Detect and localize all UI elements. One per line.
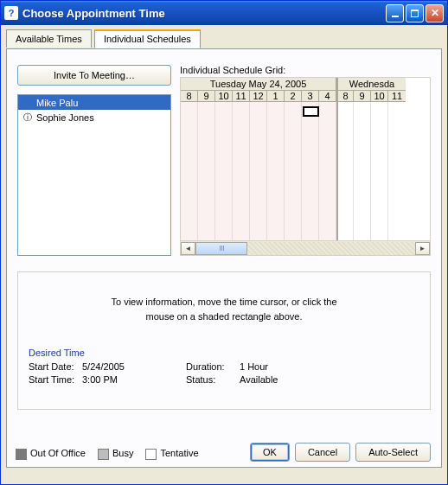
legend-tentative: Tentative <box>145 448 198 460</box>
tab-individual-schedules[interactable]: Individual Schedules <box>94 29 201 48</box>
day-header: Wednesda <box>336 78 406 91</box>
list-item[interactable]: ⓘ Sophie Jones <box>18 110 170 124</box>
status-value: Available <box>240 374 326 385</box>
people-list[interactable]: Mike Palu ⓘ Sophie Jones <box>17 94 171 256</box>
hour-header: 12 <box>250 91 267 102</box>
dialog-buttons: OK Cancel Auto-Select <box>250 443 431 462</box>
hour-header: 1 <box>267 91 285 102</box>
info-message: To view information, move the time curso… <box>29 295 419 323</box>
duration-label: Duration: <box>186 361 240 372</box>
horizontal-scrollbar[interactable]: ◄ ► <box>181 240 430 255</box>
hour-header: 8 <box>181 91 198 102</box>
cancel-button[interactable]: Cancel <box>295 443 350 462</box>
hour-header-row: 8 9 10 11 12 1 2 3 4 8 9 10 11 <box>181 91 430 102</box>
start-time-value: 3:00 PM <box>82 374 186 385</box>
time-cursor[interactable] <box>303 106 319 117</box>
hour-header: 4 <box>319 91 336 102</box>
scroll-left-button[interactable]: ◄ <box>181 242 195 255</box>
person-name: Mike Palu <box>36 98 78 108</box>
ok-button[interactable]: OK <box>250 443 290 462</box>
maximize-button[interactable] <box>406 4 424 22</box>
hour-header: 3 <box>302 91 319 102</box>
desired-time-section: Desired Time Start Date: 5/24/2005 Durat… <box>29 348 419 385</box>
tab-panel: Invite To Meeting… Mike Palu ⓘ Sophie Jo… <box>6 48 442 468</box>
hour-header: 10 <box>215 91 233 102</box>
info-icon: ⓘ <box>22 112 33 123</box>
start-time-label: Start Time: <box>29 374 82 385</box>
grid-caption: Individual Schedule Grid: <box>180 65 431 75</box>
tab-strip: Available Times Individual Schedules <box>6 29 442 49</box>
grid-body[interactable] <box>181 102 430 240</box>
list-item[interactable]: Mike Palu <box>18 95 170 110</box>
invite-to-meeting-button[interactable]: Invite To Meeting… <box>17 65 171 86</box>
person-status-icon <box>22 97 33 108</box>
scroll-track[interactable] <box>195 242 415 255</box>
duration-value: 1 Hour <box>240 361 326 372</box>
desired-time-title: Desired Time <box>29 348 419 358</box>
start-date-value: 5/24/2005 <box>82 361 186 372</box>
schedule-grid[interactable]: Tuesday May 24, 2005 Wednesda 8 9 10 11 … <box>180 77 431 256</box>
hour-header: 8 <box>336 91 354 102</box>
day-header: Tuesday May 24, 2005 <box>181 78 336 91</box>
legend-busy: Busy <box>98 448 133 460</box>
hour-header: 9 <box>354 91 371 102</box>
person-name: Sophie Jones <box>36 112 94 123</box>
app-icon: ? <box>4 6 18 20</box>
client-area: Available Times Individual Schedules Inv… <box>1 25 447 484</box>
start-date-label: Start Date: <box>29 361 82 372</box>
close-button[interactable]: ✕ <box>426 4 444 22</box>
legend: Out Of Office Busy Tentative <box>16 448 199 460</box>
auto-select-button[interactable]: Auto-Select <box>355 443 431 462</box>
hour-header: 2 <box>285 91 302 102</box>
window-title: Choose Appointment Time <box>22 7 384 20</box>
hour-header: 9 <box>198 91 215 102</box>
dialog-window: ? Choose Appointment Time ✕ Available Ti… <box>0 0 448 485</box>
hour-header: 11 <box>388 91 406 102</box>
titlebar[interactable]: ? Choose Appointment Time ✕ <box>1 1 447 25</box>
legend-out-of-office: Out Of Office <box>16 448 86 460</box>
swatch-busy-icon <box>98 449 109 460</box>
swatch-out-icon <box>16 449 27 460</box>
scroll-thumb[interactable] <box>195 242 247 255</box>
info-panel: To view information, move the time curso… <box>17 271 431 410</box>
minimize-button[interactable] <box>386 4 404 22</box>
tab-available-times[interactable]: Available Times <box>6 29 92 48</box>
hour-header: 11 <box>233 91 250 102</box>
status-label: Status: <box>186 374 240 385</box>
scroll-right-button[interactable]: ► <box>415 242 430 255</box>
swatch-tentative-icon <box>145 449 157 460</box>
hour-header: 10 <box>371 91 388 102</box>
